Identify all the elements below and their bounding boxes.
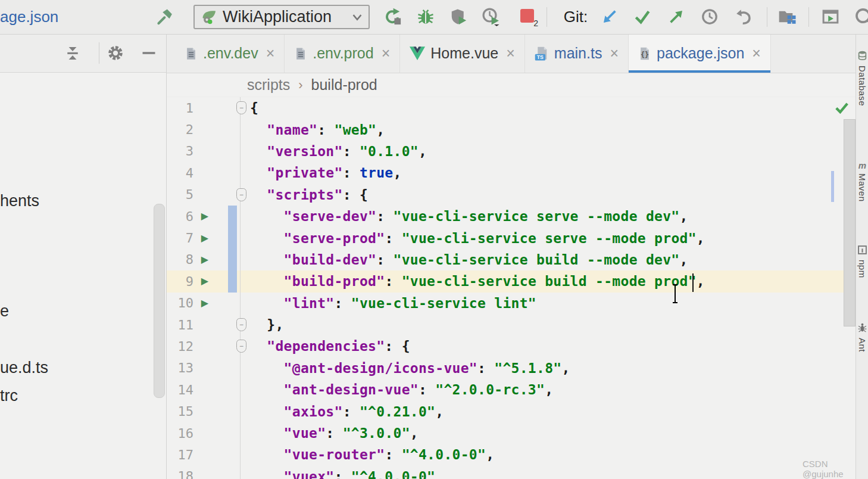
code-line-1[interactable]: 1−{: [167, 97, 855, 119]
code-text: "vue": "^3.0.0",: [250, 425, 419, 441]
close-icon[interactable]: ×: [382, 45, 391, 62]
code-text: },: [250, 317, 284, 332]
stripe-button-database[interactable]: Database: [856, 51, 868, 106]
code-line-3[interactable]: 3 "version": "0.1.0",: [167, 141, 855, 162]
run-script-icon[interactable]: ▶: [193, 298, 216, 308]
tab-label: main.ts: [554, 45, 602, 62]
code-line-12[interactable]: 12− "dependencies": {: [167, 335, 855, 357]
mouse-cursor: [672, 284, 679, 303]
rerun-icon: [384, 8, 402, 26]
search-everywhere-button[interactable]: [853, 4, 868, 30]
git-rollback-button[interactable]: [732, 4, 755, 30]
close-icon[interactable]: ×: [610, 45, 619, 62]
breadcrumb-scripts[interactable]: scripts: [247, 76, 290, 94]
code-editor[interactable]: 1−{2 "name": "web",3 "version": "0.1.0",…: [167, 97, 855, 479]
run-with-coverage-button[interactable]: [447, 4, 470, 30]
svg-text:TS: TS: [537, 54, 544, 60]
git-label: Git:: [560, 0, 591, 34]
code-line-10[interactable]: 10▶ "lint": "vue-cli-service lint": [167, 293, 855, 314]
toolbar-separator: [767, 7, 767, 27]
database-icon: [858, 51, 867, 63]
code-line-17[interactable]: 17 "vue-router": "^4.0.0-0",: [167, 444, 855, 465]
tab-main-ts[interactable]: TSmain.ts×: [525, 34, 629, 73]
panel-settings-button[interactable]: [104, 41, 127, 65]
line-number: 1: [167, 101, 193, 116]
tab--env-dev[interactable]: .env.dev×: [175, 34, 285, 73]
tree-item[interactable]: ue.d.ts: [0, 359, 48, 377]
run-config-selector[interactable]: WikiApplication: [193, 5, 370, 29]
line-number: 4: [167, 166, 193, 181]
tree-item[interactable]: trc: [0, 387, 18, 405]
code-line-16[interactable]: 16 "vue": "^3.0.0",: [167, 422, 855, 444]
fold-icon[interactable]: −: [236, 188, 246, 201]
run-script-icon[interactable]: ▶: [193, 255, 216, 265]
line-number: 7: [167, 231, 193, 245]
project-panel-scrollbar[interactable]: [154, 204, 165, 398]
tab-Home-vue[interactable]: Home.vue×: [400, 34, 525, 73]
stop-icon: 2: [520, 9, 536, 24]
collapse-all-button[interactable]: [61, 41, 85, 65]
maven-icon: m: [858, 160, 866, 170]
tab-package-json[interactable]: {}package.json×: [629, 34, 771, 73]
code-line-13[interactable]: 13 "@ant-design/icons-vue": "^5.1.8",: [167, 357, 855, 379]
breadcrumb-build-prod[interactable]: build-prod: [311, 76, 377, 94]
file-text-icon: [185, 46, 198, 61]
tree-item[interactable]: e: [0, 302, 9, 321]
inspections-status-button[interactable]: [833, 100, 850, 118]
code-line-2[interactable]: 2 "name": "web",: [167, 119, 855, 140]
right-tool-stripe: DatabasemMavennpmAnt: [855, 34, 868, 479]
close-icon[interactable]: ×: [266, 45, 275, 62]
run-script-icon[interactable]: ▶: [193, 276, 216, 286]
git-commit-icon: [633, 8, 652, 26]
run-window-button[interactable]: [819, 4, 842, 30]
code-line-7[interactable]: 7▶ "serve-prod": "vue-cli-service serve …: [167, 227, 855, 248]
project-structure-button[interactable]: [776, 4, 798, 30]
close-icon[interactable]: ×: [752, 45, 761, 62]
project-panel-toolbar: [0, 34, 166, 73]
code-text: "vue-router": "^4.0.0-0",: [250, 447, 494, 462]
fold-icon[interactable]: −: [236, 101, 246, 114]
debug-button[interactable]: [414, 4, 437, 30]
code-text: "vuex": "^4.0.0-0": [250, 469, 435, 479]
fold-icon[interactable]: −: [236, 340, 246, 353]
code-line-18[interactable]: 18 "vuex": "^4.0.0-0": [167, 466, 855, 479]
fold-icon[interactable]: −: [236, 318, 246, 331]
stripe-label: Maven: [857, 173, 867, 202]
tree-item[interactable]: hents: [0, 192, 39, 210]
code-line-15[interactable]: 15 "axios": "^0.21.0",: [167, 400, 855, 422]
git-history-button[interactable]: [698, 4, 721, 30]
tab-label: .env.dev: [203, 45, 258, 62]
project-panel: hentseue.d.tstrc: [0, 34, 167, 479]
code-text: "axios": "^0.21.0",: [250, 404, 444, 419]
editor-scrollbar-thumb[interactable]: [844, 119, 855, 326]
stripe-button-maven[interactable]: mMaven: [856, 160, 868, 202]
code-line-8[interactable]: 8▶ "build-dev": "vue-cli-service build -…: [167, 249, 855, 270]
stripe-button-npm[interactable]: npm: [856, 245, 868, 278]
minus-icon: [140, 45, 157, 61]
code-text: "serve-dev": "vue-cli-service serve --mo…: [250, 209, 688, 224]
stripe-button-ant[interactable]: Ant: [856, 323, 868, 352]
rerun-button[interactable]: [382, 4, 404, 30]
run-script-icon[interactable]: ▶: [193, 211, 216, 221]
tab--env-prod[interactable]: .env.prod×: [285, 34, 400, 73]
profiler-button[interactable]: [480, 4, 502, 30]
code-line-14[interactable]: 14 "ant-design-vue": "^2.0.0-rc.3",: [167, 379, 855, 400]
code-text: {: [250, 100, 258, 116]
hide-panel-button[interactable]: [137, 41, 161, 65]
git-commit-button[interactable]: [631, 4, 654, 30]
toolbar-separator: [808, 7, 809, 27]
code-line-6[interactable]: 6▶ "serve-dev": "vue-cli-service serve -…: [167, 206, 855, 227]
git-update-button[interactable]: [598, 4, 621, 30]
stop-button[interactable]: 2: [517, 4, 539, 30]
code-line-9[interactable]: 9▶ "build-prod": "vue-cli-service build …: [167, 270, 855, 292]
code-line-4[interactable]: 4 "private": true,: [167, 162, 855, 183]
code-lines: 1−{2 "name": "web",3 "version": "0.1.0",…: [167, 97, 855, 479]
run-script-icon[interactable]: ▶: [193, 234, 216, 243]
stripe-label: Database: [857, 66, 867, 106]
git-push-button[interactable]: [665, 4, 688, 30]
code-line-11[interactable]: 11− },: [167, 314, 855, 335]
code-line-5[interactable]: 5− "scripts": {: [167, 184, 855, 206]
build-project-button[interactable]: [154, 4, 176, 30]
code-text: "@ant-design/icons-vue": "^5.1.8",: [250, 360, 570, 376]
close-icon[interactable]: ×: [506, 45, 515, 62]
